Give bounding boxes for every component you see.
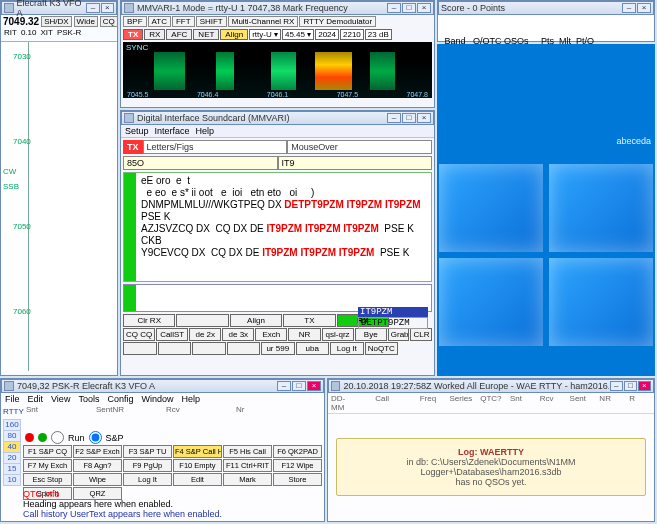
tx-button[interactable]: TX — [283, 314, 335, 327]
demod-button[interactable]: RTTY Demodulator — [299, 16, 376, 27]
macro-button[interactable]: NoQTC — [365, 342, 399, 355]
minimize-button[interactable]: – — [387, 3, 401, 13]
maximize-button[interactable]: □ — [402, 113, 416, 123]
macro-button[interactable] — [192, 342, 226, 355]
rec-dot-icon[interactable] — [25, 433, 34, 442]
fkey-button[interactable]: F1 S&P CQ — [23, 445, 72, 458]
macro-button[interactable] — [123, 342, 157, 355]
f1-field[interactable]: 2024 — [315, 29, 339, 40]
close-button[interactable]: × — [417, 113, 431, 123]
macro-button[interactable]: de 2x — [189, 328, 221, 341]
clr-rx-button[interactable]: Clr RX — [123, 314, 175, 327]
play-dot-icon[interactable] — [38, 433, 47, 442]
minimize-button[interactable]: – — [277, 381, 291, 391]
wide-button[interactable]: Wide — [74, 16, 98, 27]
fkey-button[interactable]: F7 My Exch — [23, 459, 72, 472]
clr-button[interactable]: CLR — [410, 328, 432, 341]
align-button[interactable]: Align — [230, 314, 282, 327]
menu-help[interactable]: Help — [196, 126, 215, 136]
close-button[interactable]: × — [307, 381, 321, 391]
menu-edit[interactable]: Edit — [28, 394, 44, 404]
net-button[interactable]: NET — [193, 29, 219, 40]
fkey-button[interactable]: F3 S&P TU — [123, 445, 172, 458]
macro-button[interactable]: qsl-qrz — [322, 328, 354, 341]
macro-button[interactable]: CQ CQ — [123, 328, 155, 341]
f2-field[interactable]: 2210 — [340, 29, 364, 40]
rit-label: RIT — [4, 28, 17, 37]
fkey-button[interactable]: F4 S&P Call Him — [173, 445, 222, 458]
mini-call-1[interactable]: IT9PZM — [358, 307, 428, 317]
shdx-button[interactable]: SH/DX — [41, 16, 71, 27]
close-button[interactable]: × — [637, 3, 651, 13]
tx-indicator[interactable]: TX — [123, 140, 143, 154]
sp-radio[interactable] — [89, 431, 102, 444]
multirx-button[interactable]: Multi-Channel RX — [228, 16, 299, 27]
shift-button[interactable]: SHIFT — [196, 16, 227, 27]
macro-button[interactable]: de 3x — [222, 328, 254, 341]
baud-select[interactable]: 45.45 ▾ — [282, 29, 314, 40]
maximize-button[interactable]: □ — [292, 381, 306, 391]
menu-setup[interactable]: Setup — [125, 126, 149, 136]
afc-button[interactable]: AFC — [166, 29, 192, 40]
fkey-button[interactable]: Store — [273, 473, 322, 486]
fkey-button[interactable]: Edit — [173, 473, 222, 486]
align-button[interactable]: Align — [220, 29, 248, 40]
atc-button[interactable]: ATC — [148, 16, 171, 27]
mode-select[interactable]: rtty-U ▾ — [249, 29, 281, 40]
macro-button[interactable]: Bye — [355, 328, 387, 341]
macro-button[interactable]: NR — [288, 328, 320, 341]
decode-pane[interactable]: eE oro e t e eo e s* ii oot e ioi etn et… — [123, 172, 432, 282]
macro-button[interactable] — [227, 342, 261, 355]
close-button[interactable]: × — [101, 3, 114, 13]
fkey-button[interactable]: F8 Agn? — [73, 459, 122, 472]
close-button[interactable]: × — [417, 3, 431, 13]
call-input-1[interactable] — [123, 156, 278, 170]
cq-button[interactable]: CQ — [100, 16, 118, 27]
fkey-button[interactable]: Esc Stop — [23, 473, 72, 486]
run-radio[interactable] — [51, 431, 64, 444]
macro-button[interactable]: uba — [296, 342, 330, 355]
close-button[interactable]: × — [638, 381, 651, 391]
maximize-button[interactable]: □ — [624, 381, 637, 391]
tx-button[interactable]: TX — [123, 29, 143, 40]
menu-view[interactable]: View — [51, 394, 70, 404]
macro-button[interactable]: CallST — [156, 328, 188, 341]
fkey-button[interactable]: Wipe — [73, 473, 122, 486]
fft-button[interactable]: FFT — [172, 16, 195, 27]
macro-button[interactable]: Exch — [255, 328, 287, 341]
grab-button[interactable]: Grab — [388, 328, 410, 341]
mini-call-2[interactable]: DETPT9PZM — [358, 317, 428, 329]
menu-file[interactable]: File — [5, 394, 20, 404]
macro-button[interactable] — [158, 342, 192, 355]
fkey-button[interactable]: Log It — [123, 473, 172, 486]
call-input-2[interactable] — [278, 156, 433, 170]
band-button[interactable]: 10 — [3, 474, 21, 486]
maximize-button[interactable]: □ — [402, 3, 416, 13]
minimize-button[interactable]: – — [86, 3, 99, 13]
fkey-button[interactable]: F10 Empty — [173, 459, 222, 472]
menu-help[interactable]: Help — [181, 394, 200, 404]
menu-config[interactable]: Config — [107, 394, 133, 404]
col-header: Rcv — [540, 394, 562, 412]
fkey-button[interactable]: F2 S&P Exch — [73, 445, 122, 458]
fkey-button[interactable]: Mark — [223, 473, 272, 486]
fkey-button[interactable]: F6 QK2PAD — [273, 445, 322, 458]
menu-window[interactable]: Window — [141, 394, 173, 404]
menu-interface[interactable]: Interface — [155, 126, 190, 136]
minimize-button[interactable]: – — [622, 3, 636, 13]
tuning-dial[interactable]: 7030 7040 CW SSB 7050 7060 — [1, 41, 117, 371]
dial-tick: 7060 — [13, 307, 31, 316]
fkey-button[interactable]: F9 PgUp — [123, 459, 172, 472]
fkey-button[interactable]: F12 Wipe — [273, 459, 322, 472]
waterfall[interactable]: SYNC 7045.5 7046.4 7046.1 7047.5 7047.8 — [123, 42, 432, 98]
menu-tools[interactable]: Tools — [78, 394, 99, 404]
minimize-button[interactable]: – — [387, 113, 401, 123]
minimize-button[interactable]: – — [610, 381, 623, 391]
macro-button[interactable]: ur 599 — [261, 342, 295, 355]
col-header: Sent — [570, 394, 592, 412]
bpf-button[interactable]: BPF — [123, 16, 147, 27]
macro-button[interactable]: Log It — [330, 342, 364, 355]
fkey-button[interactable]: F11 Ctrl+RIT — [223, 459, 272, 472]
fkey-button[interactable]: F5 His Call — [223, 445, 272, 458]
rx-button[interactable]: RX — [144, 29, 165, 40]
